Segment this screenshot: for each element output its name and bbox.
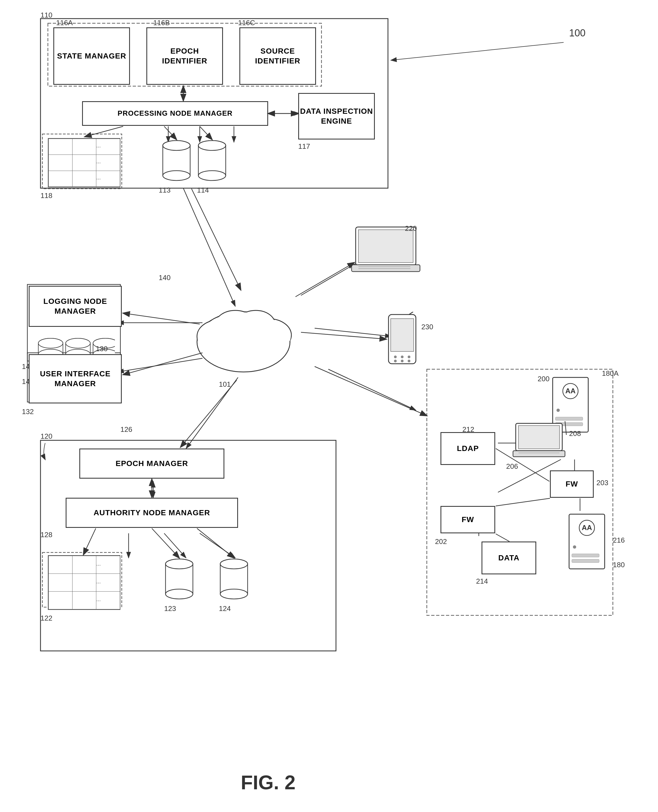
- svg-point-37: [198, 171, 226, 180]
- processing-node-manager-label: PROCESSING NODE MANAGER: [118, 109, 233, 118]
- phone-230: [386, 312, 418, 366]
- ldap-label: LDAP: [457, 444, 479, 454]
- svg-line-110: [180, 380, 237, 447]
- svg-rect-91: [513, 451, 565, 457]
- svg-line-115: [83, 529, 96, 555]
- svg-line-119: [496, 498, 550, 506]
- laptop-206: [512, 421, 566, 460]
- svg-rect-97: [572, 554, 599, 557]
- svg-line-111: [296, 263, 354, 297]
- fw-bottom-box: FW: [440, 506, 495, 533]
- svg-point-48: [237, 314, 274, 339]
- server-180: AA: [566, 512, 610, 572]
- ref-128: 128: [41, 530, 52, 539]
- ref-208: 208: [569, 429, 581, 438]
- svg-point-78: [166, 559, 193, 569]
- ref-116C: 116C: [238, 19, 255, 27]
- svg-rect-63: [352, 265, 420, 272]
- svg-point-82: [220, 559, 248, 569]
- ref-118: 118: [41, 191, 52, 200]
- logging-db-group: [36, 328, 115, 358]
- svg-line-16: [328, 369, 416, 410]
- svg-point-34: [163, 141, 190, 150]
- svg-rect-90: [519, 426, 559, 449]
- data-box: DATA: [481, 541, 536, 574]
- ldap-box: LDAP: [440, 432, 495, 465]
- ref-140: 140: [159, 274, 171, 282]
- svg-line-113: [315, 366, 427, 416]
- source-identifier-label: SOURCE IDENTIFIER: [240, 46, 315, 66]
- svg-line-21: [200, 533, 235, 558]
- ref-123: 123: [164, 604, 176, 613]
- ref-101: 101: [219, 380, 231, 389]
- svg-point-73: [408, 360, 410, 362]
- authority-node-manager-box: AUTHORITY NODE MANAGER: [66, 498, 238, 528]
- ref-214: 214: [476, 577, 488, 585]
- epoch-manager-label: EPOCH MANAGER: [116, 458, 188, 468]
- db-113: [161, 139, 191, 183]
- data-inspection-engine-label: DATA INSPECTION ENGINE: [299, 106, 374, 126]
- diagram: 110 116A 116B 116C STATE MANAGER EPOCH I…: [0, 0, 658, 812]
- data-label: DATA: [498, 553, 520, 563]
- svg-line-103: [85, 126, 123, 137]
- svg-point-72: [401, 360, 404, 362]
- svg-line-117: [197, 529, 234, 558]
- logging-node-manager-label: LOGGING NODE MANAGER: [30, 296, 121, 316]
- svg-point-71: [394, 360, 397, 362]
- processing-node-manager-box: PROCESSING NODE MANAGER: [82, 101, 268, 126]
- svg-text:AA: AA: [582, 524, 592, 532]
- svg-point-68: [394, 355, 397, 358]
- data-inspection-engine-box: DATA INSPECTION ENGINE: [298, 93, 375, 139]
- ref-180A: 180A: [602, 369, 619, 378]
- ref-114: 114: [197, 186, 209, 194]
- svg-text:AA: AA: [565, 387, 576, 395]
- svg-rect-62: [359, 230, 413, 263]
- figure-label: FIG. 2: [241, 771, 296, 794]
- ref-126: 126: [121, 425, 132, 434]
- authority-node-manager-label: AUTHORITY NODE MANAGER: [94, 508, 210, 518]
- svg-point-33: [163, 171, 190, 180]
- svg-line-112: [301, 332, 386, 339]
- svg-rect-98: [572, 559, 599, 563]
- svg-line-105: [200, 126, 212, 139]
- epoch-manager-box: EPOCH MANAGER: [79, 449, 224, 479]
- ref-100: 100: [569, 27, 586, 39]
- ref-200: 200: [537, 375, 549, 383]
- svg-point-77: [166, 589, 193, 599]
- ref-180: 180: [613, 561, 625, 569]
- svg-line-120: [496, 534, 509, 541]
- svg-point-81: [220, 589, 248, 599]
- svg-line-15: [315, 328, 391, 336]
- ref-130: 130: [96, 344, 108, 353]
- svg-point-96: [573, 545, 576, 549]
- logging-node-manager-box: LOGGING NODE MANAGER: [29, 286, 122, 327]
- db-124: [219, 558, 249, 602]
- svg-point-38: [198, 141, 226, 150]
- ref-216: 216: [613, 536, 625, 544]
- fw-bottom-label: FW: [462, 515, 474, 524]
- svg-line-107: [191, 189, 241, 290]
- ref-212: 212: [462, 425, 474, 434]
- svg-point-52: [38, 338, 63, 348]
- db-123: [164, 558, 194, 602]
- network-cloud: [186, 287, 301, 380]
- source-identifier-box: SOURCE IDENTIFIER: [240, 27, 316, 85]
- grid-icon-118: ··· ··· ···: [48, 138, 121, 187]
- svg-point-69: [401, 355, 404, 358]
- svg-rect-87: [555, 417, 583, 420]
- ref-116B: 116B: [153, 19, 170, 27]
- svg-line-106: [391, 42, 564, 60]
- epoch-identifier-box: EPOCH IDENTIFIER: [146, 27, 223, 85]
- ref-110: 110: [41, 11, 52, 19]
- svg-line-20: [164, 533, 186, 558]
- ref-206: 206: [506, 462, 518, 471]
- ref-122: 122: [41, 614, 52, 623]
- ref-202: 202: [435, 537, 447, 546]
- svg-point-86: [556, 408, 560, 412]
- svg-line-116: [152, 529, 179, 558]
- svg-rect-67: [391, 319, 414, 352]
- user-interface-manager-box: USER INTERFACE MANAGER: [29, 354, 122, 404]
- ref-220: 220: [405, 224, 417, 233]
- ref-113: 113: [159, 186, 171, 194]
- ref-203: 203: [597, 479, 608, 487]
